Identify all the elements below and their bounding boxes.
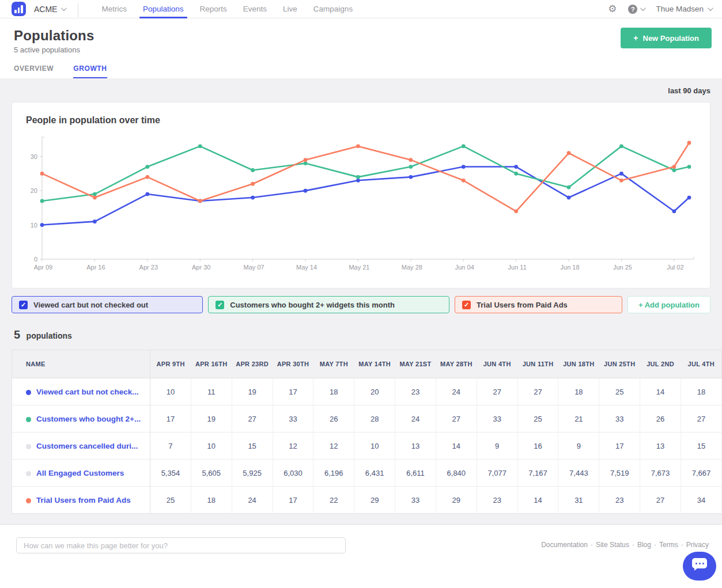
- value-cell: 19: [232, 378, 273, 405]
- value-cell: 17: [273, 378, 313, 405]
- chart-point: [462, 144, 466, 148]
- legend-pill-0[interactable]: ✓Viewed cart but not checked out: [12, 296, 203, 313]
- value-cell: 29: [354, 487, 395, 514]
- axis-tick-label: 10: [31, 222, 37, 229]
- add-population-button[interactable]: + Add population: [628, 296, 710, 313]
- chart-point: [198, 144, 202, 148]
- value-cell: 5,925: [232, 460, 273, 487]
- series-dot-icon: [26, 444, 31, 449]
- value-cell: 27: [517, 378, 558, 405]
- series-dot-icon: [26, 471, 31, 476]
- footer-link-terms[interactable]: Terms: [659, 541, 678, 549]
- value-cell: 12: [273, 433, 313, 460]
- axis-tick-label: 0: [34, 256, 37, 263]
- value-cell: 17: [273, 487, 313, 514]
- value-cell: 7,519: [599, 460, 640, 487]
- axis-tick-label: May 14: [296, 264, 317, 271]
- chart-point: [619, 172, 623, 176]
- population-name-link[interactable]: Trial Users from Paid Ads: [12, 487, 150, 514]
- value-cell: 33: [599, 405, 640, 433]
- table-row: Customers who bought 2+...17192733262824…: [12, 405, 722, 433]
- account-switcher[interactable]: ACME: [34, 5, 65, 14]
- chart-point: [145, 192, 149, 196]
- chart-point: [409, 175, 413, 179]
- help-menu[interactable]: ?: [628, 5, 644, 14]
- chart-point: [687, 141, 691, 145]
- axis-tick-label: May 07: [244, 264, 264, 271]
- population-name-link[interactable]: Customers cancelled duri...: [12, 433, 150, 460]
- value-cell: 17: [150, 405, 191, 433]
- user-name: Thue Madsen: [656, 5, 704, 13]
- chart-point: [672, 209, 676, 213]
- chart-point: [514, 172, 518, 176]
- tab-growth[interactable]: GROWTH: [73, 65, 107, 78]
- value-cell: 18: [558, 378, 599, 405]
- chart-point: [198, 199, 202, 203]
- chart-point: [251, 168, 255, 172]
- chart-point: [93, 219, 97, 223]
- nav-item-live[interactable]: Live: [275, 0, 305, 18]
- value-cell: 9: [558, 433, 599, 460]
- footer-link-blog[interactable]: Blog: [637, 541, 651, 549]
- checkbox-checked-icon[interactable]: ✓: [462, 301, 471, 309]
- value-cell: 17: [599, 433, 640, 460]
- value-cell: 23: [477, 487, 517, 514]
- value-cell: 24: [395, 405, 436, 433]
- chart-point: [567, 196, 571, 200]
- gear-icon[interactable]: ⚙: [608, 4, 617, 14]
- value-cell: 22: [313, 487, 354, 514]
- feedback-input[interactable]: [16, 537, 346, 553]
- chart-point: [304, 161, 308, 165]
- column-header-2: APR 23RD: [232, 350, 273, 378]
- chart-point: [462, 179, 466, 183]
- user-menu[interactable]: Thue Madsen: [656, 5, 712, 13]
- checkbox-checked-icon[interactable]: ✓: [19, 301, 28, 309]
- value-cell: 25: [599, 378, 640, 405]
- footer-link-privacy[interactable]: Privacy: [686, 541, 709, 549]
- axis-tick-label: Apr 16: [86, 264, 105, 271]
- value-cell: 26: [640, 405, 681, 433]
- legend-pill-2[interactable]: ✓Trial Users from Paid Ads: [455, 296, 622, 313]
- app-logo-icon[interactable]: [12, 2, 26, 16]
- chart-point: [672, 168, 676, 172]
- chart-point: [356, 144, 360, 148]
- series-dot-icon: [26, 498, 31, 503]
- value-cell: 24: [436, 378, 477, 405]
- value-cell: 27: [436, 405, 477, 433]
- chevron-down-icon: [640, 5, 646, 11]
- footer-link-site-status[interactable]: Site Status: [596, 541, 629, 549]
- value-cell: 10: [354, 433, 395, 460]
- value-cell: 9: [477, 433, 517, 460]
- footer-link-separator: ·: [654, 541, 656, 549]
- nav-item-reports[interactable]: Reports: [192, 0, 235, 18]
- population-name-link[interactable]: Customers who bought 2+...: [12, 405, 150, 433]
- footer-link-documentation[interactable]: Documentation: [541, 541, 588, 549]
- nav-item-campaigns[interactable]: Campaigns: [305, 0, 361, 18]
- axis-tick-label: Apr 23: [139, 264, 158, 271]
- legend-pill-1[interactable]: ✓Customers who bought 2+ widgets this mo…: [208, 296, 449, 313]
- value-cell: 14: [517, 487, 558, 514]
- column-header-6: MAY 21ST: [395, 350, 436, 378]
- column-header-5: MAY 14TH: [354, 350, 395, 378]
- nav-item-metrics[interactable]: Metrics: [93, 0, 135, 18]
- value-cell: 7,673: [640, 460, 681, 487]
- value-cell: 21: [558, 405, 599, 433]
- help-icon: ?: [628, 5, 637, 14]
- nav-item-populations[interactable]: Populations: [135, 0, 192, 18]
- chart-point: [251, 182, 255, 186]
- populations-count: 5: [14, 328, 20, 341]
- new-population-button[interactable]: + New Population: [621, 28, 712, 48]
- account-name: ACME: [34, 5, 57, 14]
- table-body: Viewed cart but not check...101119171820…: [12, 378, 722, 514]
- period-label: last 90 days: [12, 78, 710, 102]
- chart-point: [409, 158, 413, 162]
- table-header-row: NAMEAPR 9THAPR 16THAPR 23RDAPR 30THMAY 7…: [12, 350, 722, 378]
- tab-overview[interactable]: OVERVIEW: [14, 65, 54, 78]
- nav-item-events[interactable]: Events: [235, 0, 275, 18]
- chat-button[interactable]: [683, 552, 716, 581]
- checkbox-checked-icon[interactable]: ✓: [216, 301, 224, 309]
- populations-count-suffix: populations: [27, 331, 72, 340]
- page-footer: Documentation·Site Status·Blog·Terms·Pri…: [0, 524, 722, 572]
- population-name-link[interactable]: Viewed cart but not check...: [12, 378, 150, 405]
- population-name-link[interactable]: All Engaged Customers: [12, 460, 150, 487]
